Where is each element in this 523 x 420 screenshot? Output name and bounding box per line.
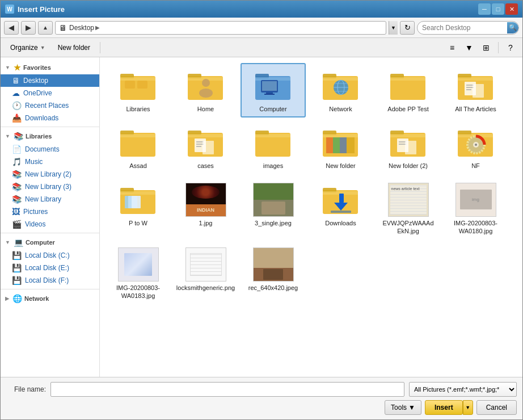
view-large-button[interactable]: ⊞ [479,40,494,55]
file-item-1jpg[interactable]: INDIAN 1.jpg [173,177,238,240]
file-icon-network [320,68,361,104]
file-item-all-articles[interactable]: All The Articles [443,63,508,117]
file-icon-new-folder [320,124,361,161]
file-item-new-folder[interactable]: New folder [308,120,373,174]
favorites-header[interactable]: ▼ ★ Favorites [1,61,99,74]
window-controls: ─ □ ✕ [478,3,518,15]
sidebar-item-local-e[interactable]: 💾 Local Disk (E:) [1,262,99,274]
divider2 [1,233,99,233]
svg-rect-60 [390,134,425,137]
sidebar-item-local-f[interactable]: 💾 Local Disk (F:) [1,274,99,287]
window-title: Insert Picture [18,5,478,14]
file-label-3jpeg: 3_single.jpeg [255,219,292,227]
insert-dropdown-button[interactable]: ▼ [463,400,473,415]
file-item-ptow[interactable]: P to W [106,177,171,240]
svg-rect-55 [333,137,340,153]
address-path[interactable]: 🖥 Desktop ▶ [55,21,386,35]
filetype-select[interactable]: All Pictures (*.emf;*.wmf;*.jpg;* [409,382,517,397]
sidebar-item-pictures[interactable]: 🖼 Pictures [1,205,99,218]
network-header[interactable]: ▶ 🌐 Network [1,292,99,305]
network-header-icon: 🌐 [12,294,22,303]
svg-point-71 [475,144,477,146]
close-button[interactable]: ✕ [505,3,518,15]
minimize-button[interactable]: ─ [478,3,491,15]
file-icon-all-articles [455,68,496,104]
sidebar-local-f-label: Local Disk (F:) [25,276,69,284]
sidebar-item-newlib2[interactable]: 📚 New Library (2) [1,168,99,180]
favorites-section: ▼ ★ Favorites 🖥 Desktop ☁ OneDrive 🕐 Rec… [1,61,99,124]
file-label-rec640: rec_640x420.jpeg [248,284,298,292]
file-icon-images [253,124,294,161]
file-item-home[interactable]: Home [173,63,238,117]
file-item-network[interactable]: Network [308,63,373,117]
file-item-new-folder2[interactable]: New folder (2) [376,120,441,174]
search-box[interactable]: 🔍 [417,21,519,35]
new-folder-button[interactable]: New folder [53,40,95,55]
view-list-button[interactable]: ≡ [445,40,459,55]
libraries-header[interactable]: ▼ 📚 Libraries [1,129,99,143]
sidebar-item-onedrive[interactable]: ☁ OneDrive [1,87,99,99]
insert-button[interactable]: Insert [425,400,463,415]
svg-rect-14 [262,81,277,91]
help-button[interactable]: ? [503,40,518,55]
file-label-new-folder: New folder [326,162,356,170]
sidebar-item-newlib3[interactable]: 📚 New Library (3) [1,180,99,193]
file-label-img0180: IMG-20200803-WA0180.jpg [446,219,505,236]
file-item-evw[interactable]: news article text EVWJQPzWAAAd EkN.jpg [376,177,441,240]
file-label-new-folder2: New folder (2) [389,162,428,170]
up-button[interactable]: ▲ [38,21,53,35]
cancel-button[interactable]: Cancel [476,400,517,415]
computer-header[interactable]: ▼ 💻 Computer [1,236,99,249]
back-button[interactable]: ◀ [4,21,19,35]
path-dropdown[interactable]: ▼ [389,21,398,35]
sidebar-item-newlib[interactable]: 📚 New Library [1,193,99,205]
file-item-computer[interactable]: Computer [241,63,306,117]
search-icon-button[interactable]: 🔍 [507,22,518,33]
sidebar-music-label: Music [25,158,43,166]
file-item-adobe-pp[interactable]: Adobe PP Test [376,63,441,117]
file-icon-3jpeg [253,182,294,218]
newlib3-icon: 📚 [12,182,22,191]
file-item-3jpeg[interactable]: 3_single.jpeg [241,177,306,240]
file-item-cases[interactable]: cases [173,120,238,174]
libraries-section: ▼ 📚 Libraries 📄 Documents 🎵 Music 📚 New … [1,129,99,230]
sidebar-item-downloads[interactable]: 📥 Downloads [1,112,99,124]
file-item-img0180[interactable]: img IMG-20200803-WA0180.jpg [443,177,508,240]
sidebar-item-music[interactable]: 🎵 Music [1,156,99,168]
sidebar-item-videos[interactable]: 🎬 Videos [1,218,99,230]
file-item-assad[interactable]: Assad [106,120,171,174]
svg-rect-38 [120,134,155,137]
view-dropdown-button[interactable]: ▼ [462,40,476,55]
file-item-img0183[interactable]: IMG-20200803-WA0183.jpg [106,242,171,305]
bottom-bar: File name: All Pictures (*.emf;*.wmf;*.j… [1,377,522,419]
file-item-locksmith[interactable]: locksmithgeneric.png [173,242,238,305]
sidebar-item-recent[interactable]: 🕐 Recent Places [1,99,99,112]
sidebar-item-desktop[interactable]: 🖥 Desktop [1,74,99,87]
file-icon-ptow [118,182,159,218]
file-item-libraries[interactable]: Libraries [106,63,171,117]
svg-rect-52 [323,134,358,137]
img-thumb-img0183 [118,247,159,282]
svg-rect-27 [390,77,425,81]
file-item-images[interactable]: images [241,120,306,174]
newlib2-icon: 📚 [12,170,22,179]
maximize-button[interactable]: □ [492,3,504,15]
organize-button[interactable]: Organize ▼ [5,40,50,55]
img-thumb-1jpg: INDIAN [185,183,226,217]
network-label: Network [24,295,49,302]
title-bar: W Insert Picture ─ □ ✕ [1,1,522,18]
file-label-cases: cases [197,162,214,170]
forward-button[interactable]: ▶ [21,21,36,35]
sidebar-item-local-c[interactable]: 💾 Local Disk (C:) [1,249,99,262]
file-item-downloads2[interactable]: Downloads [308,177,373,240]
tools-arrow-icon: ▼ [408,404,415,411]
file-icon-img0183 [118,246,159,283]
search-input[interactable] [422,24,507,32]
file-item-nf[interactable]: NF [443,120,508,174]
sidebar-item-documents[interactable]: 📄 Documents [1,143,99,156]
tools-button[interactable]: Tools ▼ [385,400,421,415]
filename-input[interactable] [50,382,404,397]
file-item-rec640[interactable]: rec_640x420.jpeg [241,242,306,305]
refresh-button[interactable]: ↻ [400,21,415,35]
file-label-adobe-pp: Adobe PP Test [387,105,428,113]
